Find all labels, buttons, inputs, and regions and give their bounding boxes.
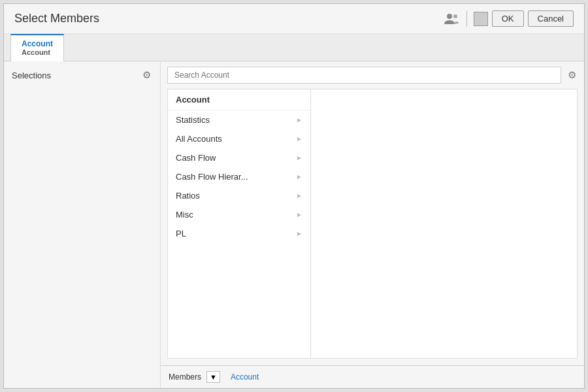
list-item-label: Misc — [176, 210, 193, 220]
main-area: Selections ⚙ ⚙ Account Statistics►A — [4, 61, 584, 388]
list-panel: Account Statistics►All Accounts►Cash Flo… — [167, 89, 311, 359]
gear-icon: ⚙ — [142, 69, 151, 81]
svg-point-0 — [447, 14, 452, 19]
tab-label-bottom: Account — [22, 48, 53, 56]
tab-account[interactable]: Account Account — [10, 34, 64, 61]
list-item[interactable]: Cash Flow Hierar...► — [168, 167, 310, 186]
title-bar: Select Members OK Cancel — [4, 4, 584, 34]
arrow-icon: ► — [296, 173, 302, 180]
search-gear-button[interactable]: ⚙ — [566, 68, 578, 82]
list-item-label: All Accounts — [176, 134, 222, 144]
tile-view-button[interactable] — [474, 12, 488, 26]
bottom-bar: Members ▼ Account — [161, 365, 584, 388]
list-item[interactable]: Ratios► — [168, 186, 310, 205]
toolbar-right: OK Cancel — [443, 10, 574, 27]
list-item[interactable]: Cash Flow► — [168, 148, 310, 167]
list-item[interactable]: All Accounts► — [168, 129, 310, 148]
list-item-label: PL — [176, 229, 186, 238]
users-icon — [444, 13, 459, 25]
search-bar: ⚙ — [161, 61, 584, 89]
selections-gear-button[interactable]: ⚙ — [141, 68, 152, 82]
list-item-label: Cash Flow — [176, 153, 216, 163]
dialog-title: Select Members — [14, 12, 99, 25]
gear-icon-search: ⚙ — [568, 69, 576, 81]
tabs-bar: Account Account — [4, 34, 584, 61]
list-header: Account — [168, 90, 310, 110]
right-panel: ⚙ Account Statistics►All Accounts►Cash F… — [161, 61, 584, 388]
selections-label: Selections — [12, 71, 51, 80]
arrow-icon: ► — [296, 230, 302, 237]
left-panel: Selections ⚙ — [4, 61, 161, 388]
divider — [466, 11, 467, 27]
selections-header: Selections ⚙ — [12, 68, 152, 82]
cancel-button[interactable]: Cancel — [528, 10, 574, 27]
list-item-label: Ratios — [176, 191, 200, 201]
dropdown-arrow: ▼ — [210, 373, 217, 381]
members-dropdown[interactable]: ▼ — [206, 371, 220, 383]
list-item[interactable]: Misc► — [168, 205, 310, 224]
arrow-icon: ► — [296, 192, 302, 199]
list-items-container: Statistics►All Accounts►Cash Flow►Cash F… — [168, 110, 310, 243]
arrow-icon: ► — [296, 211, 302, 218]
content-area: Account Statistics►All Accounts►Cash Flo… — [161, 89, 584, 365]
svg-point-1 — [453, 14, 457, 18]
arrow-icon: ► — [296, 154, 302, 161]
list-item-label: Statistics — [176, 115, 210, 125]
select-members-dialog: Select Members OK Cancel Account Account — [3, 3, 585, 389]
members-label: Members — [169, 372, 201, 382]
arrow-icon: ► — [296, 116, 302, 123]
list-item[interactable]: PL► — [168, 224, 310, 243]
members-link[interactable]: Account — [231, 372, 259, 382]
sub-panel — [311, 89, 578, 359]
arrow-icon: ► — [296, 135, 302, 142]
users-icon-button[interactable] — [443, 12, 460, 26]
list-item-label: Cash Flow Hierar... — [176, 172, 248, 182]
list-item[interactable]: Statistics► — [168, 110, 310, 129]
search-input[interactable] — [167, 67, 561, 84]
tab-label-top: Account — [22, 39, 53, 48]
ok-button[interactable]: OK — [492, 10, 524, 27]
